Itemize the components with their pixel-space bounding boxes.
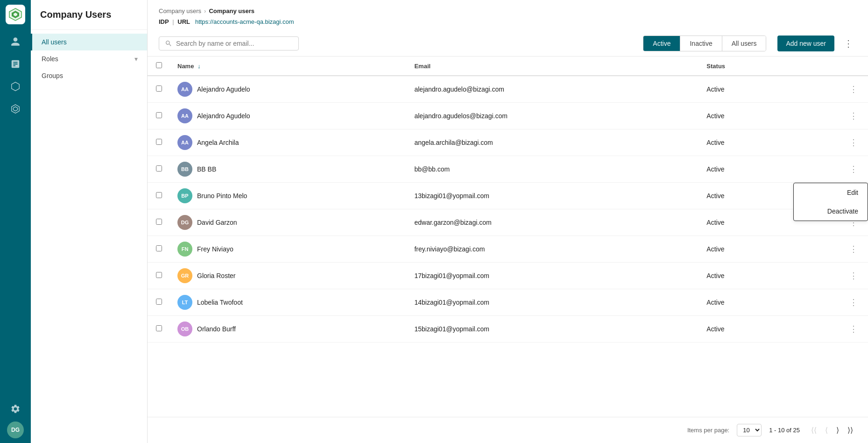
row-action-button[interactable]: ⋮ [847,110,861,122]
user-email: 15bizagi01@yopmail.com [407,316,699,343]
table-row: AA Angela Archila angela.archila@bizagi.… [148,129,868,156]
tab-inactive[interactable]: Inactive [680,36,722,51]
row-actions: ⋮ Edit Deactivate [790,183,868,209]
row-checkbox[interactable] [156,219,162,225]
app-logo[interactable] [6,5,25,24]
tab-all-users[interactable]: All users [722,36,766,51]
table-row: FN Frey Niviayo frey.niviayo@bizagi.comA… [148,236,868,263]
sidebar: Company Users All users Roles ▾ Groups [31,0,148,443]
page-nav: ⟨⟨ ⟨ ⟩ ⟩⟩ [807,424,857,436]
col-checkbox [148,57,170,76]
row-checkbox[interactable] [156,325,162,331]
last-page-button[interactable]: ⟩⟩ [844,424,857,436]
row-actions: ⋮ [790,156,868,183]
breadcrumb-parent[interactable]: Company users [159,7,201,14]
row-actions: ⋮ [790,103,868,129]
row-actions: ⋮ [790,129,868,156]
row-checkbox[interactable] [156,86,162,92]
row-action-button[interactable]: ⋮ [847,163,861,175]
row-action-button[interactable]: ⋮ [847,243,861,255]
breadcrumb-sep: › [204,7,206,14]
idp-sep: | [172,18,174,25]
user-name: Angela Archila [197,139,239,146]
sidebar-item-roles[interactable]: Roles ▾ [31,50,147,67]
context-menu-deactivate[interactable]: Deactivate [794,202,868,221]
row-action-button[interactable]: ⋮ [847,296,861,308]
search-input[interactable] [176,40,293,47]
user-cell: OB Orlando Burff [177,322,399,336]
row-checkbox[interactable] [156,299,162,305]
row-checkbox[interactable] [156,165,162,171]
user-email: angela.archila@bizagi.com [407,129,699,156]
row-checkbox[interactable] [156,112,162,118]
user-name: Gloria Roster [197,272,235,279]
user-status: Active [699,289,790,316]
row-action-button[interactable]: ⋮ [847,136,861,149]
select-all-checkbox[interactable] [156,62,162,68]
row-checkbox[interactable] [156,139,162,145]
tab-active[interactable]: Active [643,36,680,51]
avatar: FN [177,242,192,257]
user-email: 14bizagi01@yopmail.com [407,289,699,316]
sidebar-menu: All users Roles ▾ Groups [31,30,147,88]
idp-row: IDP | URL https://accounts-acme-qa.bizag… [148,16,868,31]
sidebar-item-all-users[interactable]: All users [31,34,147,50]
avatar: AA [177,135,192,150]
nav-rail: DG [0,0,31,443]
row-checkbox[interactable] [156,192,162,198]
row-action-button[interactable]: ⋮ [847,83,861,95]
prev-page-button[interactable]: ⟨ [821,424,832,436]
main-content: Company users › Company users IDP | URL … [148,0,868,443]
nav-icon-chart[interactable] [6,54,25,74]
user-cell: DG David Garzon [177,215,399,230]
col-status: Status [699,57,790,76]
user-email: 17bizagi01@yopmail.com [407,263,699,289]
user-name: Alejandro Agudelo [197,112,250,120]
first-page-button[interactable]: ⟨⟨ [807,424,820,436]
row-actions: ⋮ [790,289,868,316]
user-cell: BB BB BB [177,162,399,177]
user-cell: LT Lobelia Twofoot [177,295,399,310]
items-per-page-label: Items per page: [687,427,729,434]
idp-url[interactable]: https://accounts-acme-qa.bizagi.com [195,18,294,25]
table-row: DG David Garzon edwar.garzon@bizagi.comA… [148,209,868,236]
avatar: BB [177,162,192,177]
row-checkbox[interactable] [156,272,162,278]
user-cell: GR Gloria Roster [177,268,399,283]
user-email: 13bizagi01@yopmail.com [407,183,699,209]
nav-icon-hex1[interactable] [6,77,25,96]
table-row: GR Gloria Roster 17bizagi01@yopmail.comA… [148,263,868,289]
user-name: Frey Niviayo [197,245,233,253]
user-avatar[interactable]: DG [7,422,24,438]
row-checkbox[interactable] [156,245,162,251]
chevron-down-icon: ▾ [134,55,138,63]
sidebar-item-label: Groups [42,72,63,79]
user-name: Bruno Pinto Melo [197,192,247,200]
user-name: Orlando Burff [197,325,236,333]
pagination: Items per page: 10 25 50 1 - 10 of 25 ⟨⟨… [148,417,868,443]
user-name: Alejandro Agudelo [197,86,250,93]
nav-icon-hex2[interactable] [6,99,25,119]
user-cell: AA Alejandro Agudelo [177,82,399,97]
next-page-button[interactable]: ⟩ [833,424,843,436]
user-name: David Garzon [197,219,237,226]
add-new-user-button[interactable]: Add new user [777,36,834,51]
table-row: AA Alejandro Agudelo alejandro.agudelo@b… [148,76,868,103]
sidebar-title: Company Users [31,0,147,30]
more-options-button[interactable]: ⋮ [840,36,857,51]
nav-icon-users[interactable] [6,32,25,51]
avatar: OB [177,322,192,336]
toolbar: Active Inactive All users Add new user ⋮ [148,31,868,57]
row-action-button[interactable]: ⋮ [847,270,861,282]
settings-icon[interactable] [6,399,25,419]
context-menu-edit[interactable]: Edit [794,183,868,202]
user-status: Active [699,156,790,183]
user-status: Active [699,316,790,343]
sort-icon: ↓ [198,63,201,70]
items-per-page-select[interactable]: 10 25 50 [737,424,762,436]
row-action-button[interactable]: ⋮ [847,323,861,335]
sidebar-item-groups[interactable]: Groups [31,67,147,84]
sidebar-item-label: Roles [42,55,58,63]
user-status: Active [699,103,790,129]
user-status: Active [699,209,790,236]
